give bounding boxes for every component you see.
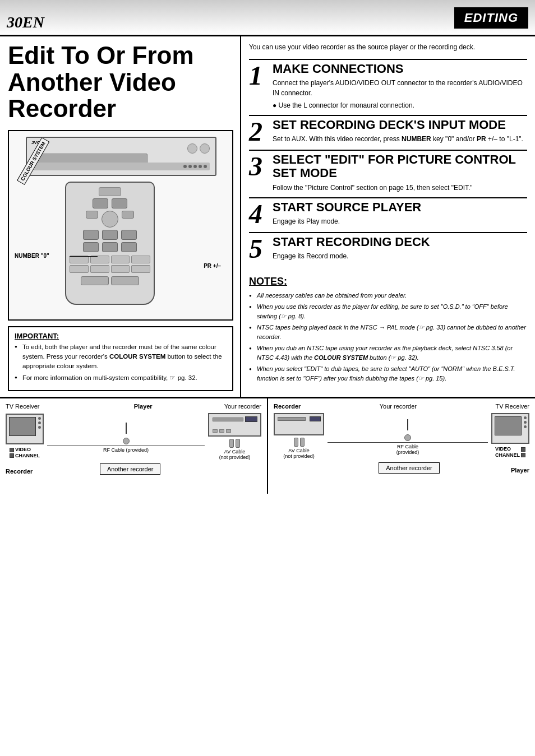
remote-wide-btn <box>111 276 139 285</box>
remote-btn <box>102 230 118 240</box>
step-2: 2 SET RECORDING DECK'S INPUT MODE Set to… <box>249 115 527 150</box>
vcr-unit: JVC <box>26 137 216 176</box>
vcr-tape-slot <box>35 154 147 164</box>
vcr-btn-tiny <box>226 429 231 433</box>
rf-line-top-right <box>328 416 488 433</box>
rf-connector-row-right <box>404 434 411 441</box>
tv-screen-left <box>9 417 36 436</box>
note-3: NTSC tapes being played back in the NTSC… <box>249 323 527 341</box>
step-2-title: SET RECORDING DECK'S INPUT MODE <box>273 118 527 132</box>
tv-dot <box>38 421 41 424</box>
important-bullet-1: To edit, both the player and the recorde… <box>15 342 227 372</box>
remote-btn <box>112 198 127 208</box>
diagram-tv-receiver-label-right: TV Receiver <box>495 403 529 410</box>
important-box: IMPORTANT: To edit, both the player and … <box>8 326 233 391</box>
indicator-dot <box>193 165 197 168</box>
tv-dot <box>524 425 527 428</box>
remote-btn <box>102 242 118 252</box>
step-5-title: START RECORDING DECK <box>273 235 527 249</box>
vcr-control-buttons <box>187 143 210 154</box>
pr-label: PR +/– <box>204 263 221 269</box>
diagram-devices-row: VIDEOCHANNEL RF Cable (provided) <box>6 413 261 460</box>
tv-dot <box>524 421 527 424</box>
right-column: You can use your video recorder as the s… <box>241 36 535 397</box>
another-vcr-slot <box>278 417 306 421</box>
tv-dots-right <box>524 416 527 428</box>
step-5: 5 START RECORDING DECK Engage its Record… <box>249 232 527 267</box>
number-0-label: NUMBER "0" <box>15 253 49 259</box>
remote-row-4 <box>83 242 137 252</box>
diagram-bottom-row-right: Another recorder Player <box>274 462 529 474</box>
tv-body-right <box>491 413 529 444</box>
page-header: 30EN EDITING <box>0 0 535 36</box>
notes-list: All necessary cables can be obtained fro… <box>249 291 527 383</box>
remote-num-btn <box>90 265 109 273</box>
av-cable-label-right: AV Cable(not provided) <box>283 448 315 459</box>
remote-row-3 <box>83 230 137 240</box>
note-2: When you use this recorder as the player… <box>249 302 527 321</box>
intro-text: You can use your video recorder as the s… <box>249 42 527 52</box>
remote-wide-btn <box>81 276 109 285</box>
number-0-arrow-line <box>70 256 98 257</box>
vcr-btn-tiny <box>219 429 224 433</box>
vcr-display-left <box>245 416 257 422</box>
remote-bottom-row <box>81 276 139 285</box>
tv-dot <box>38 417 41 420</box>
rf-cable-label-left: RF Cable (provided) <box>103 447 149 453</box>
diagram-bottom-row-left: Recorder Another recorder <box>6 463 261 475</box>
video-channel-label-left: VIDEOCHANNEL <box>15 447 40 459</box>
remote-row-1 <box>93 198 127 208</box>
remote-numpad <box>70 256 150 273</box>
remote-btn <box>121 242 137 252</box>
step-5-desc: Engage its Record mode. <box>273 251 527 261</box>
diagram-recorder-label-top: Recorder <box>274 403 301 410</box>
step-5-content: START RECORDING DECK Engage its Record m… <box>273 235 527 261</box>
av-plug <box>229 439 234 448</box>
step-1-bullet: ● Use the L connector for monaural conne… <box>273 100 527 110</box>
vcr-control-btn <box>200 143 210 154</box>
step-4-content: START SOURCE PLAYER Engage its Play mode… <box>273 201 527 226</box>
av-cable-label-left: AV Cable(not provided) <box>219 449 251 460</box>
another-recorder-right: Another recorder <box>379 462 440 474</box>
rf-cable-area: RF Cable (provided) <box>47 420 205 453</box>
step-1-content: MAKE CONNECTIONS Connect the player's AU… <box>273 62 527 110</box>
vc-dot <box>10 448 14 452</box>
vc-connector-right <box>521 447 525 457</box>
bottom-diagrams: TV Receiver Player Your recorder <box>0 397 535 494</box>
page-number: 30EN <box>7 3 44 33</box>
indicator-dot <box>183 165 187 168</box>
remote-num-btn <box>111 265 130 273</box>
remote-num-btn <box>111 256 130 263</box>
your-recorder-device: AV Cable(not provided) <box>208 413 261 460</box>
av-connectors-right <box>294 438 305 447</box>
left-column: Edit To Or From Another Video Recorder J… <box>0 36 241 397</box>
page-title: Edit To Or From Another Video Recorder <box>8 42 233 122</box>
video-channel-group-left: VIDEOCHANNEL <box>10 447 40 459</box>
step-3-content: SELECT "EDIT" FOR PICTURE CONTROL SET MO… <box>273 153 527 192</box>
remote-num-btn <box>70 256 89 263</box>
important-text: To edit, both the player and the recorde… <box>15 342 227 383</box>
rf-vertical-line-right <box>407 419 408 430</box>
rf-connector-row <box>123 438 130 444</box>
note-4: When you dub an NTSC tape using your rec… <box>249 344 527 362</box>
vcr-slot-left <box>213 418 243 421</box>
note-5: When you select "EDIT" to dub tapes, be … <box>249 364 527 383</box>
tv-dot <box>524 416 527 419</box>
tv-dot <box>38 426 41 429</box>
rf-connector <box>123 438 130 444</box>
diagram-right-labels: Recorder Your recorder TV Receiver <box>274 403 529 410</box>
main-content: Edit To Or From Another Video Recorder J… <box>0 36 535 397</box>
remote-num-btn <box>70 265 89 273</box>
remote-btn <box>121 230 137 240</box>
diagram-left-labels: TV Receiver Player Your recorder <box>6 403 261 410</box>
video-channel-group-right: VIDEOCHANNEL <box>495 446 525 458</box>
notes-title: NOTES: <box>249 276 527 287</box>
remote-num-btn <box>90 256 109 263</box>
av-plug <box>294 438 298 447</box>
remote-btn <box>83 230 99 240</box>
step-4-desc: Engage its Play mode. <box>273 216 527 226</box>
remote-btn-sm <box>122 211 134 219</box>
tv-receiver-right: VIDEOCHANNEL <box>491 413 529 458</box>
step-3-number: 3 <box>249 153 267 180</box>
step-3: 3 SELECT "EDIT" FOR PICTURE CONTROL SET … <box>249 150 527 197</box>
